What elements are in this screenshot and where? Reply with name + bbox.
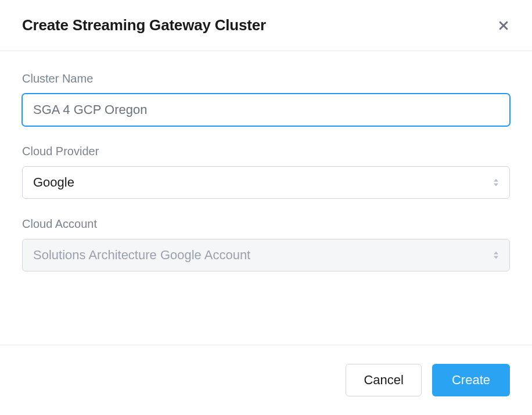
- cloud-account-label: Cloud Account: [22, 217, 510, 231]
- cloud-account-select[interactable]: Solutions Architecture Google Account: [22, 239, 510, 271]
- create-cluster-dialog: Create Streaming Gateway Cluster Cluster…: [0, 0, 532, 415]
- updown-chevron-icon: [493, 179, 499, 187]
- dialog-header: Create Streaming Gateway Cluster: [0, 0, 532, 51]
- dialog-footer: Cancel Create: [0, 345, 532, 415]
- close-icon[interactable]: [497, 19, 510, 32]
- cloud-provider-group: Cloud Provider Google: [22, 145, 510, 199]
- cloud-provider-select[interactable]: Google: [22, 166, 510, 199]
- cloud-provider-label: Cloud Provider: [22, 145, 510, 158]
- cluster-name-group: Cluster Name: [22, 72, 510, 126]
- cloud-account-group: Cloud Account Solutions Architecture Goo…: [22, 217, 510, 271]
- cancel-button[interactable]: Cancel: [346, 364, 421, 396]
- cloud-provider-value: Google: [33, 175, 74, 189]
- create-button[interactable]: Create: [432, 364, 510, 396]
- cloud-account-value: Solutions Architecture Google Account: [33, 248, 250, 262]
- cluster-name-input[interactable]: [22, 94, 510, 126]
- cluster-name-label: Cluster Name: [22, 72, 510, 85]
- dialog-title: Create Streaming Gateway Cluster: [22, 16, 266, 34]
- dialog-body: Cluster Name Cloud Provider Google Cloud…: [0, 51, 532, 345]
- updown-chevron-icon: [493, 252, 499, 259]
